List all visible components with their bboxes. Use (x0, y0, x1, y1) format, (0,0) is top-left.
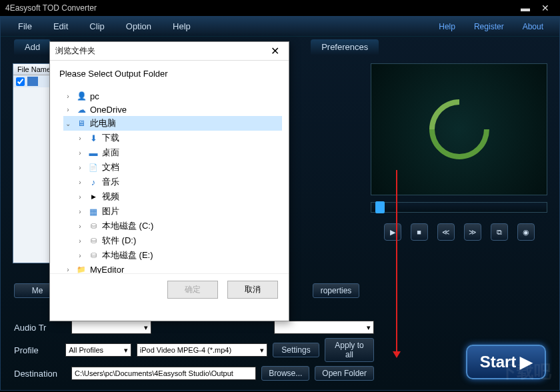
app-title: 4Easysoft TOD Converter (5, 3, 97, 13)
expand-icon[interactable]: › (75, 149, 85, 157)
tree-node-label: 本地磁盘 (E:) (102, 249, 153, 261)
tree-node[interactable]: ›pc (63, 89, 282, 103)
open-file-button[interactable]: ⧉ (491, 223, 508, 241)
dialog-title: 浏览文件夹 (55, 45, 95, 57)
annotation-arrow (396, 170, 397, 357)
onedrive-icon (75, 104, 87, 115)
tree-node-label: 软件 (D:) (102, 235, 136, 247)
pc-icon (75, 91, 87, 101)
stop-button[interactable]: ■ (411, 223, 428, 241)
link-about[interactable]: About (513, 22, 553, 31)
prev-button[interactable]: ≪ (437, 223, 455, 241)
tree-node-label: 视频 (102, 191, 119, 203)
watermark: 下载吧 (499, 360, 551, 383)
expand-icon[interactable]: › (63, 266, 73, 273)
tree-node-label: 图片 (102, 205, 119, 217)
audio-track-combo[interactable]: ▾ (71, 321, 151, 334)
tree-node[interactable]: ›本地磁盘 (E:) (63, 248, 282, 263)
expand-icon[interactable]: › (75, 252, 85, 259)
down-icon (87, 133, 99, 143)
tree-node[interactable]: ›音乐 (63, 175, 282, 189)
disk-icon (87, 221, 99, 231)
menu-clip[interactable]: Clip (79, 21, 115, 31)
destination-input[interactable] (71, 367, 256, 380)
dialog-prompt: Please Select Output Folder (50, 61, 289, 87)
dialog-cancel-button[interactable]: 取消 (227, 281, 278, 299)
doc-icon (87, 162, 99, 173)
dialog-titlebar[interactable]: 浏览文件夹 ✕ (50, 42, 289, 61)
expand-icon[interactable]: › (75, 193, 85, 201)
dialog-buttons: 确定 取消 (50, 273, 289, 305)
tree-node[interactable]: ⌄此电脑 (63, 116, 282, 131)
snapshot-button[interactable]: ◉ (517, 223, 535, 241)
profile-format-combo[interactable]: iPod Video MPEG-4 (*.mp4)▾ (137, 343, 267, 357)
folder-icon (75, 264, 87, 273)
tree-node[interactable]: ›文档 (63, 160, 282, 175)
tree-node[interactable]: ›本地磁盘 (C:) (63, 219, 282, 233)
expand-icon[interactable]: › (75, 237, 85, 245)
menu-option[interactable]: Option (115, 21, 162, 31)
menu-help[interactable]: Help (162, 21, 201, 31)
browse-folder-dialog: 浏览文件夹 ✕ Please Select Output Folder ›pc›… (49, 41, 289, 321)
tab-add[interactable]: Add (14, 39, 51, 55)
expand-icon[interactable]: › (75, 179, 85, 186)
tree-node-label: 桌面 (102, 147, 119, 159)
minimize-button[interactable]: ▬ (516, 3, 535, 13)
tree-node-label: OneDrive (90, 105, 127, 115)
close-button[interactable]: ✕ (536, 3, 555, 13)
subtitle-combo[interactable]: ▾ (274, 321, 374, 334)
profile-category-combo[interactable]: All Profiles▾ (65, 343, 131, 357)
expand-icon[interactable]: › (63, 106, 73, 113)
bottom-controls: Audio Tr ▾ ▾ Profile All Profiles▾ iPod … (14, 317, 374, 385)
expand-icon[interactable]: › (75, 208, 85, 215)
tree-node[interactable]: ›MyEditor (63, 263, 282, 273)
pic-icon (87, 206, 99, 217)
music-icon (87, 177, 99, 187)
file-icon (27, 77, 38, 86)
link-help[interactable]: Help (429, 22, 465, 31)
disk-icon (87, 235, 99, 246)
tree-node-label: 音乐 (102, 176, 119, 188)
settings-button[interactable]: Settings (273, 343, 319, 357)
link-register[interactable]: Register (465, 22, 513, 31)
label-destination: Destination (14, 369, 66, 379)
expand-icon[interactable]: ⌄ (63, 120, 73, 127)
play-button[interactable]: ▶ (384, 223, 401, 241)
logo-icon (417, 87, 501, 171)
tab-preferences[interactable]: Preferences (311, 39, 379, 55)
disk-icon (87, 250, 99, 261)
label-audio-track: Audio Tr (14, 323, 66, 333)
thispc-icon (75, 118, 87, 129)
titlebar: 4Easysoft TOD Converter ▬ ✕ (0, 0, 560, 16)
tree-node[interactable]: ›下载 (63, 131, 282, 145)
tree-node-label: 文档 (102, 161, 119, 173)
expand-icon[interactable]: › (75, 164, 85, 171)
properties-button[interactable]: roperties (313, 283, 359, 298)
tree-node-label: 此电脑 (90, 117, 116, 129)
desk-icon (87, 147, 99, 158)
expand-icon[interactable]: › (75, 135, 85, 142)
apply-to-all-button[interactable]: Apply to all (325, 338, 374, 362)
dialog-close-button[interactable]: ✕ (267, 45, 283, 57)
slider-thumb[interactable] (375, 201, 385, 213)
tree-node-label: pc (90, 91, 99, 101)
browse-button[interactable]: Browse... (261, 366, 309, 381)
tree-node[interactable]: ›OneDrive (63, 103, 282, 116)
menu-edit[interactable]: Edit (43, 21, 79, 31)
tree-node-label: 下载 (102, 132, 119, 144)
menubar: File Edit Clip Option Help Help Register… (1, 17, 559, 37)
tree-node[interactable]: ›软件 (D:) (63, 233, 282, 248)
tree-node[interactable]: ›图片 (63, 204, 282, 219)
next-button[interactable]: ≫ (464, 223, 481, 241)
file-checkbox[interactable] (16, 77, 25, 86)
expand-icon[interactable]: › (75, 223, 85, 230)
open-folder-button[interactable]: Open Folder (315, 366, 374, 381)
tree-node[interactable]: ›视频 (63, 189, 282, 204)
menu-file[interactable]: File (7, 21, 43, 31)
folder-tree[interactable]: ›pc›OneDrive⌄此电脑›下载›桌面›文档›音乐›视频›图片›本地磁盘 … (50, 87, 289, 273)
expand-icon[interactable]: › (63, 93, 73, 100)
tree-node-label: MyEditor (90, 265, 124, 274)
tree-node[interactable]: ›桌面 (63, 145, 282, 160)
video-icon (87, 191, 99, 202)
dialog-ok-button[interactable]: 确定 (167, 281, 218, 299)
